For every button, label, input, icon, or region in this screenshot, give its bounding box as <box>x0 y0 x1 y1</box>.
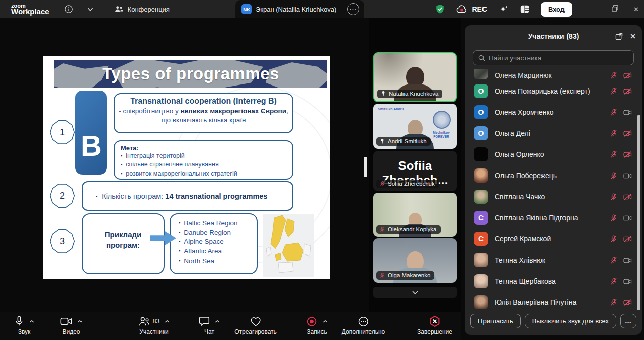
toolbar-end-button[interactable]: Завершение <box>417 315 452 335</box>
step-3-number: 3 <box>49 228 76 255</box>
camera-off-icon <box>623 193 632 201</box>
video-icon <box>60 316 73 326</box>
panel-drag-handle[interactable] <box>364 157 367 177</box>
mic-muted-icon <box>610 71 618 79</box>
people-icon <box>115 5 124 13</box>
meta-title: Мета: <box>121 144 286 152</box>
zoom-workplace-logo: zoom Workplace <box>11 3 49 16</box>
mic-muted-icon <box>610 277 618 285</box>
security-shield-icon[interactable] <box>435 4 445 14</box>
layout-view-icon[interactable] <box>520 4 530 14</box>
participant-avatar: С <box>474 232 488 246</box>
chevron-up-icon[interactable] <box>164 319 170 323</box>
toolbar-participants-button[interactable]: 83Участники <box>138 315 170 335</box>
participant-row[interactable]: ООлена Пожарицька (експерт) <box>465 80 642 102</box>
tab-screen-label: Экран (Nataliia Kriuchkova) <box>256 6 336 13</box>
scrollbar-thumb[interactable] <box>637 115 640 310</box>
participant-row[interactable]: Тетяна Хлівнюк <box>465 249 642 271</box>
participant-row[interactable]: ООлена Хромченко <box>465 102 642 123</box>
meta-box: Мета: ▪інтеграція територій▪спільне стра… <box>114 140 293 180</box>
camera-on-icon <box>623 257 632 264</box>
tab-more-icon[interactable]: ··· <box>347 3 359 15</box>
more-options-button[interactable]: … <box>620 314 636 328</box>
toolbar-label: Чат <box>199 328 220 335</box>
virtual-bg-name-text: Smitiukh Andrii <box>378 107 404 111</box>
maximize-icon[interactable] <box>612 5 618 13</box>
search-input[interactable] <box>489 54 628 62</box>
interreg-b-letter: B <box>75 91 107 175</box>
participant-row[interactable]: Ольга Орленко <box>465 144 642 165</box>
end-icon <box>429 315 441 327</box>
slide-title-banner: Types of programmes <box>54 60 327 88</box>
window-controls: — ✕ <box>590 5 639 13</box>
tab-conference[interactable]: Конференция <box>107 0 178 18</box>
popout-icon[interactable] <box>615 33 623 40</box>
video-tile-olga-makarenko[interactable]: Olga Makarenko <box>373 238 457 283</box>
recording-indicator[interactable]: REC <box>456 5 487 14</box>
mic-muted-icon <box>610 235 618 243</box>
mic-muted-icon <box>610 298 618 306</box>
video-tile-andrii-smitiukh[interactable]: Smitiukh AndriiMechnikov FOREVERAndrii S… <box>373 104 457 149</box>
toolbar-react-button[interactable]: Отреагировать <box>234 315 277 335</box>
toolbar-chat-button[interactable]: Чат <box>199 315 220 335</box>
participant-name: Сергей Крамской <box>495 235 610 243</box>
participant-row[interactable]: Ольга Побережець <box>465 165 642 186</box>
toolbar-video-button[interactable]: Видео <box>60 315 83 335</box>
step-1-badge: 1 <box>49 119 76 146</box>
video-thumbnail-strip: Nataliia KriuchkovaSmitiukh AndriiMechni… <box>369 18 461 312</box>
chevron-up-icon[interactable] <box>323 319 328 323</box>
participant-row[interactable]: Тетяна Щербакова <box>465 271 642 292</box>
step-1-number: 1 <box>49 119 76 146</box>
toolbar-audio-button[interactable]: Звук <box>14 315 35 335</box>
participant-row[interactable]: ООльга Делі <box>465 123 642 144</box>
info-icon[interactable] <box>62 3 75 16</box>
chevron-up-icon[interactable] <box>77 319 83 323</box>
participant-row[interactable]: Світлана Чачко <box>465 186 642 207</box>
participants-footer: Пригласить Выключить звук для всех … <box>465 307 642 335</box>
participant-avatar <box>474 69 488 79</box>
react-icon <box>250 316 262 327</box>
bullet-item: ▪Baltic Sea Region <box>179 219 254 228</box>
participant-name: Світлана Яківна Підгорна <box>495 214 610 222</box>
participant-row[interactable]: ССвітлана Яківна Підгорна <box>465 207 642 228</box>
mute-all-button[interactable]: Выключить звук для всех <box>525 314 616 328</box>
participants-title: Участники (83) <box>528 32 579 40</box>
mic-muted-icon <box>610 150 618 158</box>
chat-icon <box>199 316 210 327</box>
camera-off-icon <box>623 88 632 95</box>
chevron-down-icon[interactable] <box>84 3 97 16</box>
step-3-badge: 3 <box>49 228 76 255</box>
participant-name: Олена Марцинюк <box>495 71 610 79</box>
collapse-videos-button[interactable] <box>373 287 457 298</box>
toolbar-record-button[interactable]: Запись <box>306 315 328 335</box>
invite-button[interactable]: Пригласить <box>470 314 521 328</box>
tab-conference-label: Конференция <box>128 6 170 13</box>
video-tile-sofiia-zherebchuk[interactable]: Sofiia Zherebch...Sofiia Zherebchuk <box>373 151 457 191</box>
video-tile-nataliia-kriuchkova[interactable]: Nataliia Kriuchkova <box>373 52 457 102</box>
record-icon <box>306 316 318 327</box>
video-name-label: Andrii Smitiukh <box>376 137 431 146</box>
participant-search[interactable] <box>473 50 634 65</box>
cloud-recording-icon <box>456 5 468 14</box>
tab-screen-share[interactable]: NK Экран (Nataliia Kriuchkova) ··· <box>235 0 364 18</box>
camera-on-icon <box>623 278 632 285</box>
chevron-up-icon[interactable] <box>29 319 35 323</box>
participant-row[interactable]: Олена Марцинюк <box>465 69 642 80</box>
participant-name: Тетяна Хлівнюк <box>495 256 610 264</box>
chevron-up-icon[interactable] <box>215 319 220 323</box>
close-panel-icon[interactable]: ✕ <box>630 32 636 40</box>
zoom-workplace-window: zoom Workplace Конференция NK Экран (Nat… <box>0 0 644 340</box>
mic-muted-icon <box>610 214 618 222</box>
minimize-icon[interactable]: — <box>590 6 597 13</box>
video-tile-oleksandr-kopiyka[interactable]: Oleksandr Kopiyka <box>373 193 457 237</box>
ai-companion-icon[interactable] <box>498 4 509 15</box>
nk-avatar-badge: NK <box>242 4 252 14</box>
toolbar-more-button[interactable]: Дополнительно <box>342 315 385 335</box>
participant-row[interactable]: ССергей Крамской <box>465 228 642 249</box>
participant-name: Олена Пожарицька (експерт) <box>495 87 610 95</box>
close-icon[interactable]: ✕ <box>633 6 639 13</box>
login-button[interactable]: Вход <box>541 2 572 17</box>
participants-panel-area: Участники (83) ✕ Олена МарцинюкООлена По… <box>461 18 644 340</box>
mic-muted-icon <box>610 87 618 95</box>
step-2-badge: 2 <box>49 182 76 209</box>
